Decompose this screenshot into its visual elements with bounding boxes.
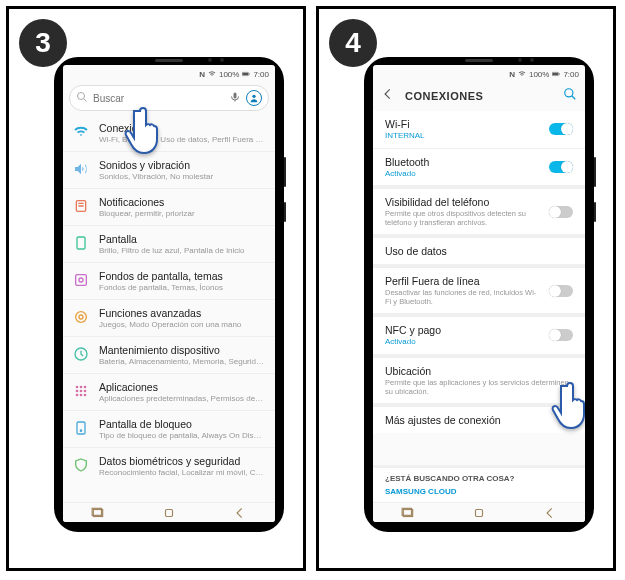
connection-row[interactable]: Visibilidad del teléfonoPermite que otro… — [373, 188, 585, 234]
svg-rect-5 — [234, 93, 237, 99]
connection-row[interactable]: Perfil Fuera de líneaDesactivar las func… — [373, 267, 585, 313]
svg-point-22 — [76, 394, 79, 397]
row-subtitle: Fondos de pantalla, Temas, Íconos — [99, 283, 265, 292]
row-title: Fondos de pantalla, temas — [99, 270, 265, 282]
svg-point-24 — [84, 394, 87, 397]
row-title: Mantenimiento dispositivo — [99, 344, 265, 356]
toggle-switch[interactable] — [549, 206, 573, 218]
toggle-switch[interactable] — [549, 285, 573, 297]
svg-rect-11 — [76, 275, 87, 286]
connection-row[interactable]: UbicaciónPermite que las aplicaciones y … — [373, 357, 585, 403]
mic-icon[interactable] — [229, 89, 241, 107]
svg-point-3 — [78, 93, 85, 100]
nfc-icon: N — [509, 70, 515, 79]
connections-title: CONEXIONES — [405, 90, 553, 102]
svg-point-6 — [252, 95, 255, 98]
settings-row-maint[interactable]: Mantenimiento dispositivo Batería, Almac… — [63, 337, 275, 374]
footer-link[interactable]: SAMSUNG CLOUD — [385, 487, 573, 496]
battery-icon — [242, 70, 250, 80]
nav-recent-icon[interactable] — [401, 506, 415, 520]
svg-point-23 — [80, 394, 83, 397]
row-subtitle: Tipo de bloqueo de pantalla, Always On D… — [99, 431, 265, 440]
search-icon — [76, 89, 88, 107]
phone-left: N 100% 7:00 — [54, 57, 284, 532]
svg-point-18 — [84, 386, 87, 389]
toggle-switch[interactable] — [549, 123, 573, 135]
step-badge-3: 3 — [19, 19, 67, 67]
bio-icon — [73, 457, 89, 473]
panel-step-3: 3 N 100% 7:00 — [6, 6, 306, 571]
nav-bar — [63, 502, 275, 522]
connection-row[interactable]: Más ajustes de conexión — [373, 406, 585, 433]
row-title: Pantalla — [99, 233, 265, 245]
panel-step-4: 4 N 100% 7:00 CONEXIONES — [316, 6, 616, 571]
row-title: Más ajustes de conexión — [385, 414, 573, 426]
apps-icon — [73, 383, 89, 399]
settings-row-lock[interactable]: Pantalla de bloqueo Tipo de bloqueo de p… — [63, 411, 275, 448]
adv-icon — [73, 309, 89, 325]
nav-back-icon[interactable] — [543, 506, 557, 520]
row-title: Perfil Fuera de línea — [385, 275, 541, 287]
settings-row-bio[interactable]: Datos biométricos y seguridad Reconocimi… — [63, 448, 275, 484]
step-badge-4: 4 — [329, 19, 377, 67]
settings-row-apps[interactable]: Aplicaciones Aplicaciones predeterminada… — [63, 374, 275, 411]
connection-row[interactable]: BluetoothActivado — [373, 148, 585, 186]
account-icon[interactable] — [246, 90, 262, 106]
toggle-switch[interactable] — [549, 161, 573, 173]
settings-row-wifi[interactable]: Conexiones Wi-Fi, Bluetooth, Uso de dato… — [63, 115, 275, 152]
svg-line-34 — [572, 96, 576, 100]
search-bar[interactable] — [69, 85, 269, 111]
svg-point-16 — [76, 386, 79, 389]
clock-text: 7:00 — [253, 70, 269, 79]
connection-row[interactable]: Uso de datos — [373, 237, 585, 264]
phone-right: N 100% 7:00 CONEXIONES W — [364, 57, 594, 532]
row-title: Wi-Fi — [385, 118, 541, 130]
svg-point-20 — [80, 390, 83, 393]
row-subtitle: INTERNAL — [385, 131, 541, 141]
row-title: NFC y pago — [385, 324, 541, 336]
toggle-switch[interactable] — [549, 329, 573, 341]
connection-row[interactable]: NFC y pagoActivado — [373, 316, 585, 354]
svg-rect-32 — [559, 73, 560, 74]
row-subtitle: Sonidos, Vibración, No molestar — [99, 172, 265, 181]
nav-home-icon[interactable] — [472, 506, 486, 520]
svg-rect-2 — [249, 73, 250, 74]
connections-header: CONEXIONES — [373, 81, 585, 111]
row-subtitle: Bloquear, permitir, priorizar — [99, 209, 265, 218]
clock-text: 7:00 — [563, 70, 579, 79]
row-title: Uso de datos — [385, 245, 573, 257]
settings-list[interactable]: Conexiones Wi-Fi, Bluetooth, Uso de dato… — [63, 115, 275, 502]
lock-icon — [73, 420, 89, 436]
search-input[interactable] — [93, 93, 224, 104]
svg-rect-25 — [77, 422, 85, 434]
settings-row-wall[interactable]: Fondos de pantalla, temas Fondos de pant… — [63, 263, 275, 300]
nav-back-icon[interactable] — [233, 506, 247, 520]
row-subtitle: Activado — [385, 169, 541, 179]
svg-point-14 — [79, 315, 83, 319]
row-subtitle: Juegos, Modo Operación con una mano — [99, 320, 265, 329]
row-subtitle: Reconocimiento facial, Localizar mi móvi… — [99, 468, 265, 477]
row-subtitle: Brillo, Filtro de luz azul, Pantalla de … — [99, 246, 265, 255]
row-subtitle: Aplicaciones predeterminadas, Permisos d… — [99, 394, 265, 403]
search-icon[interactable] — [563, 87, 577, 105]
wifi-status-icon — [518, 70, 526, 80]
connections-list[interactable]: Wi-FiINTERNAL BluetoothActivado Visibili… — [373, 111, 585, 465]
row-title: Datos biométricos y seguridad — [99, 455, 265, 467]
nfc-icon: N — [199, 70, 205, 79]
svg-point-17 — [80, 386, 83, 389]
svg-point-33 — [565, 89, 573, 97]
settings-row-sound[interactable]: Sonidos y vibración Sonidos, Vibración, … — [63, 152, 275, 189]
row-title: Bluetooth — [385, 156, 541, 168]
display-icon — [73, 235, 89, 251]
nav-home-icon[interactable] — [162, 506, 176, 520]
nav-recent-icon[interactable] — [91, 506, 105, 520]
wifi-icon — [73, 124, 89, 140]
back-icon[interactable] — [381, 87, 395, 105]
footer-question: ¿ESTÁ BUSCANDO OTRA COSA? — [385, 474, 573, 483]
settings-row-adv[interactable]: Funciones avanzadas Juegos, Modo Operaci… — [63, 300, 275, 337]
connection-row[interactable]: Wi-FiINTERNAL — [373, 111, 585, 148]
signal-text: 100% — [529, 70, 549, 79]
settings-row-notif[interactable]: Notificaciones Bloquear, permitir, prior… — [63, 189, 275, 226]
row-title: Conexiones — [99, 122, 265, 134]
settings-row-display[interactable]: Pantalla Brillo, Filtro de luz azul, Pan… — [63, 226, 275, 263]
